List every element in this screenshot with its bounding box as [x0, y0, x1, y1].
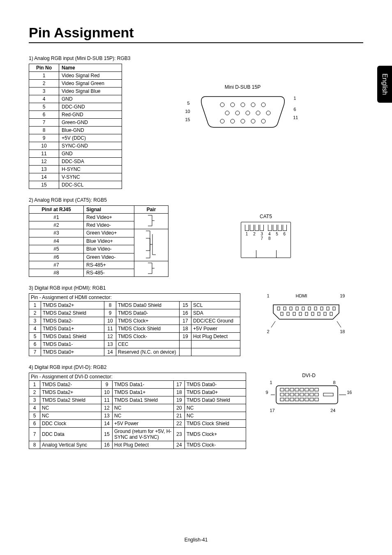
- svg-point-0: [220, 103, 224, 107]
- svg-rect-23: [327, 307, 329, 310]
- table-row: 4NC12NC20NC: [29, 404, 246, 412]
- table-row: 7TMDS Data0+14Reserved (N.C. on device): [29, 348, 240, 356]
- pin-label-6: 6: [293, 107, 296, 112]
- svg-rect-29: [305, 312, 308, 315]
- hdmi-pin-1: 1: [267, 293, 270, 298]
- dvid-pin-8: 8: [333, 380, 335, 385]
- section1-label: 1) Analog RGB input (Mini D-SUB 15P): RG…: [29, 55, 363, 61]
- svg-rect-58: [305, 398, 309, 401]
- table-row: 6Red-GND: [29, 111, 122, 119]
- svg-rect-37: [280, 388, 284, 391]
- hdmi-pin-18: 18: [340, 329, 345, 334]
- language-tab: English: [377, 66, 392, 103]
- svg-rect-21: [314, 307, 317, 310]
- table-row: 7DDC Data15Ground (return for +5V, H-SYN…: [29, 428, 246, 441]
- svg-rect-60: [315, 398, 318, 401]
- svg-rect-39: [290, 388, 294, 391]
- table-row: 2Video Signal Green: [29, 80, 122, 88]
- dsub-caption: Mini D-SUB 15P: [225, 84, 261, 90]
- svg-rect-49: [300, 393, 304, 396]
- svg-point-10: [220, 119, 224, 123]
- table-row: 3TMDS Data2-10TMDS Clock+17DDC/CEC Groun…: [29, 317, 240, 325]
- table-row: 9+5V (DDC): [29, 134, 122, 142]
- table-row: 14V-SYNC: [29, 173, 122, 181]
- table-row: 8Blue-GND: [29, 127, 122, 134]
- dsub-diagram: 5 10 15 1 6 11: [198, 92, 288, 131]
- table-title-row: Pin - Assignment of HDMI connector:: [29, 294, 240, 302]
- svg-line-34: [271, 321, 275, 327]
- svg-rect-46: [285, 393, 289, 396]
- svg-point-3: [251, 103, 255, 107]
- svg-rect-54: [285, 398, 289, 401]
- table-row: 11GND: [29, 150, 122, 158]
- svg-point-12: [241, 119, 245, 123]
- svg-rect-18: [296, 307, 298, 310]
- section4-label: 4) Digital RGB input (DVI-D): RGB2: [29, 364, 363, 370]
- svg-rect-55: [290, 398, 294, 401]
- hdmi-caption: HDMI: [296, 293, 307, 298]
- svg-rect-61: [323, 393, 333, 396]
- pair-bracket-icon: [134, 214, 168, 229]
- table-rgb3: Pin No Name 1Video Signal Red 2Video Sig…: [29, 64, 122, 189]
- dvid-pin-16: 16: [347, 390, 352, 395]
- svg-rect-44: [315, 388, 318, 391]
- pair-bracket-icon: [134, 261, 168, 277]
- cat5-caption: CAT5: [260, 214, 272, 219]
- table-title-row: Pin - Assignment of DVI-D connector:: [29, 373, 246, 381]
- dvid-pin-24: 24: [330, 408, 335, 413]
- svg-rect-22: [321, 307, 323, 310]
- svg-rect-42: [305, 388, 309, 391]
- table-row: 6DDC Clock14+5V Power22TMDS Clock Shield: [29, 420, 246, 428]
- section3-label: 3) Digital RGB input (HDMI): RGB1: [29, 285, 363, 291]
- table-header-row: Pin No Name: [29, 64, 122, 72]
- svg-rect-25: [281, 312, 283, 315]
- hdmi-diagram: 1 HDMI 19 2 18: [269, 293, 343, 331]
- svg-point-1: [231, 103, 235, 107]
- table-row: 4TMDS Data1+11TMDS Clock Shield18+5V Pow…: [29, 325, 240, 333]
- svg-rect-30: [311, 312, 314, 315]
- svg-rect-24: [333, 307, 335, 310]
- svg-rect-59: [310, 398, 314, 401]
- svg-rect-50: [305, 393, 309, 396]
- col-name: Name: [59, 64, 122, 72]
- table-row: 13H-SYNC: [29, 166, 122, 173]
- svg-point-7: [246, 111, 250, 115]
- section2-label: 2) Analog RGB input (CAT5): RGB5: [29, 197, 363, 203]
- table-row: 5NC13NC21NC: [29, 412, 246, 420]
- pin-label-1: 1: [293, 96, 296, 101]
- table-dvid: Pin - Assignment of DVI-D connector: 1TM…: [29, 373, 246, 449]
- table-row: 12DDC-SDA: [29, 158, 122, 166]
- dvid-diagram: DVI-D 1 8 9 16 17 24: [270, 373, 348, 411]
- svg-line-35: [337, 321, 341, 327]
- dvid-pin-17: 17: [270, 408, 275, 413]
- table-row: 15DDC-SCL: [29, 181, 122, 189]
- svg-rect-52: [315, 393, 318, 396]
- svg-point-8: [256, 111, 260, 115]
- pin-label-11: 11: [293, 115, 298, 120]
- table-row: 8Analog Vertical Sync16Hot Plug Detect24…: [29, 441, 246, 449]
- table-row: 4GND: [29, 95, 122, 103]
- dvid-pin-9: 9: [266, 390, 268, 395]
- table-row: 2TMDS Data2+10TMDS Data1+18TMDS Data0+: [29, 389, 246, 396]
- svg-rect-19: [302, 307, 304, 310]
- svg-rect-43: [310, 388, 314, 391]
- table-row: 1TMDS Data2+8TMDS Data0 Shield15SCL: [29, 302, 240, 309]
- svg-point-2: [241, 103, 245, 107]
- table-row: 5TMDS Data1 Shield12TMDS Clock-19Hot Plu…: [29, 333, 240, 341]
- pin-label-5: 5: [187, 101, 190, 106]
- table-row: #7RS-485+: [29, 261, 168, 269]
- svg-rect-38: [285, 388, 289, 391]
- cat5-pin-numbers: 1 2 3 4 5 6 7 8: [243, 232, 291, 241]
- table-hdmi: Pin - Assignment of HDMI connector: 1TMD…: [29, 293, 240, 356]
- table-row: 3TMDS Data2 Shield11TMDS Data1 Shield19T…: [29, 396, 246, 404]
- svg-point-6: [235, 111, 240, 115]
- svg-rect-45: [280, 393, 284, 396]
- svg-rect-32: [324, 312, 326, 315]
- svg-point-11: [231, 119, 235, 123]
- table-row: #1Red Video+: [29, 214, 168, 221]
- table-header-row: Pin# at RJ45 Signal Pair: [29, 206, 168, 214]
- table-row: 2TMDS Data2 Shield9TMDS Data0-16SDA: [29, 309, 240, 317]
- svg-rect-57: [300, 398, 304, 401]
- svg-rect-16: [284, 307, 286, 310]
- table-row: 10SYNC-GND: [29, 142, 122, 150]
